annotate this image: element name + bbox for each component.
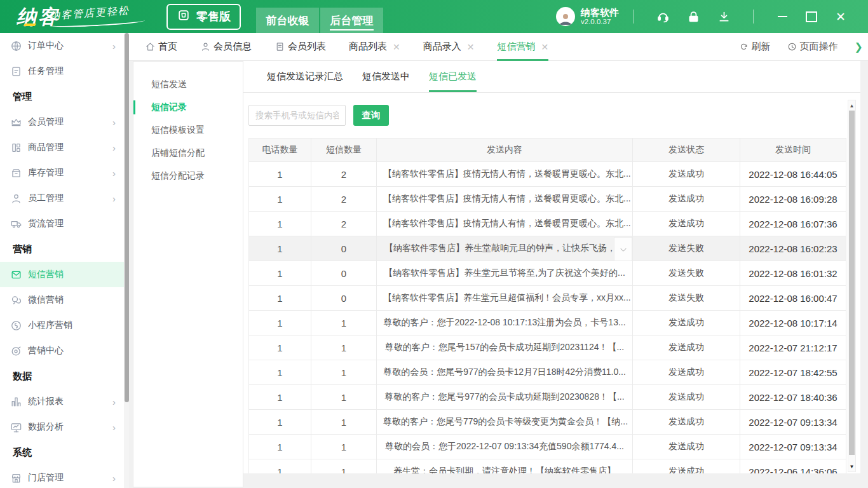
table-row[interactable]: 1 1 养生堂：会员卡到期，请注意处理！【纳客软件零售店】 发送成功 2022-… bbox=[249, 459, 846, 474]
table-row[interactable]: 1 2 【纳客软件零售店】疫情无情人有情，送餐暖胃更暖心。东北... 发送成功 … bbox=[249, 212, 846, 236]
table-body: 1 2 【纳客软件零售店】疫情无情人有情，送餐暖胃更暖心。东北... 发送成功 … bbox=[249, 162, 846, 474]
submenu-item[interactable]: 短信分配记录 bbox=[133, 165, 243, 187]
table-row[interactable]: 1 1 尊敬的客户：您尾号977的会员卡成功延期到20230828！【... 发… bbox=[249, 385, 846, 410]
maximize-icon bbox=[806, 11, 817, 22]
store-icon bbox=[10, 472, 22, 484]
cell-sms-count: 1 bbox=[311, 459, 377, 474]
main-tab[interactable]: 短信发送中 bbox=[362, 61, 410, 92]
sidebar-item[interactable]: 统计报表 › bbox=[0, 389, 124, 414]
tabbar-tab[interactable]: 会员信息 bbox=[200, 33, 252, 61]
sidebar-item[interactable]: 会员管理 › bbox=[0, 109, 124, 135]
scroll-up-icon[interactable]: ▲ bbox=[848, 101, 855, 110]
cell-time: 2022-12-08 16:07:36 bbox=[740, 212, 846, 236]
cell-status: 发送成功 bbox=[633, 385, 740, 410]
sidebar-section-header: 管理 bbox=[0, 84, 124, 109]
main-scrollbar[interactable]: ▲ ▼ bbox=[848, 100, 856, 472]
sidebar-item[interactable]: 订单中心 › bbox=[0, 33, 124, 58]
tabbar-tab[interactable]: 商品录入 ✕ bbox=[423, 33, 475, 61]
cell-time: 2022-12-07 21:12:17 bbox=[740, 336, 846, 360]
barchart-icon bbox=[10, 396, 22, 408]
main-tab[interactable]: 短信已发送 bbox=[429, 61, 477, 92]
refresh-button[interactable]: 刷新 bbox=[739, 41, 771, 53]
edition-badge[interactable]: 零售版 bbox=[166, 4, 241, 30]
main-scrollbar-thumb[interactable] bbox=[849, 111, 855, 455]
tabbar-tab[interactable]: 短信营销 ✕ bbox=[497, 33, 548, 61]
sidebar: 订单中心 › 任务管理 管理 会员管理 › 商品管理 › 库存管理 › 员工管理… bbox=[0, 33, 129, 488]
cell-content: 尊敬的客户：您于2022-12-08 10:17:13注册为会员，卡号13... bbox=[377, 311, 633, 336]
cell-content: 尊敬的会员：您尾号977的会员卡12月7日18时42分消费11.0... bbox=[377, 360, 633, 385]
close-button[interactable]: ✕ bbox=[831, 7, 850, 26]
submenu-item[interactable]: 短信发送 bbox=[133, 73, 243, 96]
search-input[interactable] bbox=[248, 105, 346, 126]
scroll-down-icon[interactable]: ▼ bbox=[848, 462, 855, 471]
top-nav: 前台收银 后台管理 bbox=[256, 8, 384, 33]
submenu-item[interactable]: 短信记录 bbox=[133, 96, 243, 119]
row-expand-button[interactable] bbox=[614, 237, 632, 261]
table-row[interactable]: 1 2 【纳客软件零售店】疫情无情人有情，送餐暖胃更暖心。东北... 发送成功 … bbox=[249, 162, 846, 187]
sidebar-item[interactable]: 营销中心 bbox=[0, 338, 124, 363]
cell-phone-count: 1 bbox=[249, 187, 311, 212]
nav-backend-manage[interactable]: 后台管理 bbox=[320, 8, 383, 33]
avatar[interactable] bbox=[556, 7, 575, 26]
nav-front-cashier[interactable]: 前台收银 bbox=[256, 8, 319, 33]
cell-phone-count: 1 bbox=[249, 459, 311, 474]
sidebar-item[interactable]: 小程序营销 bbox=[0, 313, 124, 338]
sidebar-item[interactable]: 库存管理 › bbox=[0, 160, 124, 186]
cell-status: 发送成功 bbox=[633, 336, 740, 360]
sidebar-item[interactable]: 门店管理 › bbox=[0, 465, 124, 488]
cell-content: 【纳客软件零售店】疫情无情人有情，送餐暖胃更暖心。东北... bbox=[377, 162, 633, 187]
cell-content: 【纳客软件零售店】疫情无情人有情，送餐暖胃更暖心。东北... bbox=[377, 187, 633, 212]
submenu-item[interactable]: 店铺短信分配 bbox=[133, 142, 243, 165]
page-operations-button[interactable]: 页面操作 bbox=[787, 41, 838, 53]
cell-status: 发送成功 bbox=[633, 187, 740, 212]
sidebar-scrollbar[interactable] bbox=[124, 33, 129, 488]
cell-content: 【纳客软件零售店】养生堂元旦节将至,为了庆祝这个美好的... bbox=[377, 261, 633, 286]
main-tab[interactable]: 短信发送记录汇总 bbox=[267, 61, 343, 92]
cell-sms-count: 1 bbox=[311, 385, 377, 410]
column-header: 短信数量 bbox=[311, 139, 377, 162]
sidebar-item[interactable]: 商品管理 › bbox=[0, 135, 124, 160]
cell-phone-count: 1 bbox=[249, 286, 311, 311]
list-icon bbox=[275, 41, 285, 52]
submenu-item[interactable]: 短信模板设置 bbox=[133, 119, 243, 142]
maximize-button[interactable] bbox=[802, 7, 821, 26]
tab-close-icon[interactable]: ✕ bbox=[467, 43, 475, 51]
sidebar-item[interactable]: 员工管理 › bbox=[0, 186, 124, 211]
table-row[interactable]: 1 1 尊敬的会员：您尾号977的会员卡12月7日18时42分消费11.0...… bbox=[249, 360, 846, 385]
sidebar-item[interactable]: 微信营销 bbox=[0, 287, 124, 313]
sms-submenu: 短信发送短信记录短信模板设置店铺短信分配短信分配记录 bbox=[133, 61, 243, 487]
table-header-row: 电话数量短信数量发送内容发送状态发送时间 bbox=[249, 139, 846, 162]
table-row[interactable]: 1 2 【纳客软件零售店】疫情无情人有情，送餐暖胃更暖心。东北... 发送成功 … bbox=[249, 187, 846, 212]
lock-icon[interactable] bbox=[686, 10, 700, 24]
tabbar-tab[interactable]: 首页 bbox=[145, 33, 177, 61]
tabbar-tab[interactable]: 会员列表 bbox=[275, 33, 326, 61]
divider bbox=[633, 10, 634, 24]
mail-icon bbox=[10, 269, 22, 281]
minimize-button[interactable] bbox=[773, 7, 792, 26]
cell-phone-count: 1 bbox=[249, 360, 311, 385]
table-row[interactable]: 1 0 【纳客软件零售店】养生堂元旦超值福利！会员专享，xx月xx... 发送失… bbox=[249, 286, 846, 311]
download-icon[interactable] bbox=[717, 10, 731, 24]
sidebar-item[interactable]: 任务管理 bbox=[0, 58, 124, 84]
table-row[interactable]: 1 0 【纳客软件零售店】养生堂敲响元旦的钟声，让快乐飞扬，点 发送失败 202… bbox=[249, 236, 846, 261]
sidebar-item[interactable]: 短信营销 bbox=[0, 262, 124, 287]
main-tabs: 短信发送记录汇总短信发送中短信已发送 bbox=[243, 61, 860, 93]
sidebar-item[interactable]: 数据分析 › bbox=[0, 414, 124, 440]
table-row[interactable]: 1 1 尊敬的客户：您于2022-12-08 10:17:13注册为会员，卡号1… bbox=[249, 311, 846, 336]
sidebar-scrollbar-thumb[interactable] bbox=[125, 33, 129, 402]
member-icon bbox=[200, 41, 211, 52]
cell-time: 2022-12-08 16:01:32 bbox=[740, 261, 846, 286]
table-row[interactable]: 1 1 尊敬的客户：您尾号157的会员卡成功延期到20231124！【... 发… bbox=[249, 336, 846, 360]
cell-content: 尊敬的客户：您尾号977的会员卡成功延期到20230828！【... bbox=[377, 385, 633, 410]
cell-sms-count: 1 bbox=[311, 360, 377, 385]
query-button[interactable]: 查询 bbox=[353, 105, 389, 126]
table-row[interactable]: 1 0 【纳客软件零售店】养生堂元旦节将至,为了庆祝这个美好的... 发送失败 … bbox=[249, 261, 846, 286]
tabbar-tab[interactable]: 商品列表 ✕ bbox=[349, 33, 400, 61]
sidebar-item[interactable]: 货流管理 bbox=[0, 211, 124, 236]
tab-close-icon[interactable]: ✕ bbox=[541, 43, 548, 51]
chevron-right-icon[interactable]: ❯ bbox=[855, 41, 863, 53]
service-headset-icon[interactable] bbox=[656, 10, 670, 24]
table-row[interactable]: 1 1 尊敬的会员：您于2022-12-07 09:13:34充值590余额17… bbox=[249, 435, 846, 459]
table-row[interactable]: 1 1 尊敬的客户：您尾号779的会员卡等级变更为黄金会员！【纳... 发送成功… bbox=[249, 410, 846, 435]
tab-close-icon[interactable]: ✕ bbox=[393, 43, 400, 51]
